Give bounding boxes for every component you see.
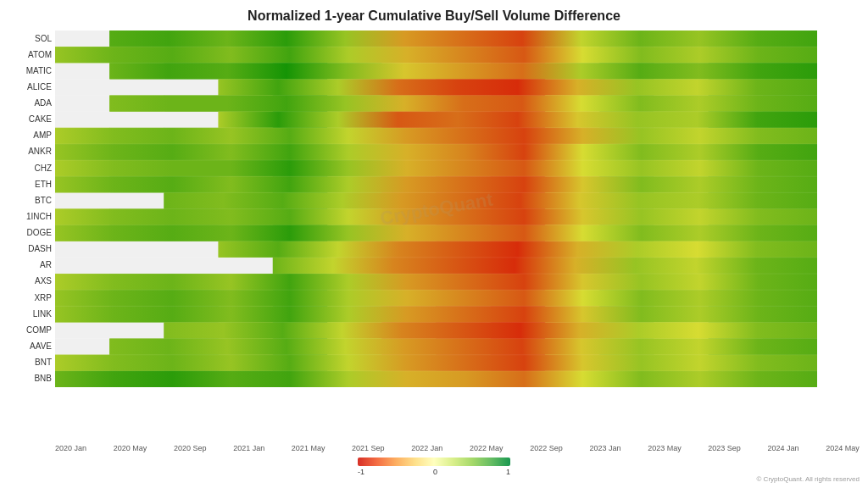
y-label: LINK — [8, 310, 52, 319]
y-label: DOGE — [8, 229, 52, 237]
x-label: 2020 May — [114, 444, 147, 452]
x-label: 2023 May — [648, 444, 682, 452]
legend-mid: 0 — [433, 468, 437, 476]
y-label: BNT — [8, 358, 52, 367]
legend-area: -1 0 1 — [358, 458, 510, 476]
x-label: 2022 May — [470, 444, 504, 452]
y-label: BTC — [8, 197, 52, 205]
x-label: 2023 Jan — [589, 444, 620, 452]
y-label: DASH — [8, 245, 52, 253]
x-label: 2024 Jan — [768, 444, 799, 452]
y-label: MATIC — [8, 67, 52, 75]
heatmap-canvas — [55, 30, 817, 387]
heatmap-wrapper: CryptoQuant — [55, 30, 817, 387]
y-label: ALICE — [8, 83, 52, 92]
y-label: CHZ — [8, 164, 52, 173]
legend-bar — [358, 458, 510, 466]
y-label: ADA — [8, 99, 52, 108]
x-label: 2022 Jan — [411, 444, 442, 452]
y-label: BNB — [8, 374, 52, 383]
chart-container: Normalized 1-year Cumulative Buy/Sell Vo… — [0, 0, 868, 488]
y-label: AAVE — [8, 342, 52, 351]
y-label: 1INCH — [8, 213, 52, 221]
legend-min: -1 — [358, 468, 364, 476]
x-label: 2023 Sep — [708, 444, 741, 452]
chart-title: Normalized 1-year Cumulative Buy/Sell Vo… — [8, 8, 817, 24]
y-label: SOL — [8, 35, 52, 43]
y-label: ATOM — [8, 51, 52, 59]
y-label: AXS — [8, 277, 52, 286]
chart-area: SOLATOMMATICALICEADACAKEAMPANKRCHZETHBTC… — [8, 30, 817, 387]
x-label: 2021 May — [292, 444, 326, 452]
x-label: 2020 Sep — [174, 444, 207, 452]
y-axis-labels: SOLATOMMATICALICEADACAKEAMPANKRCHZETHBTC… — [8, 30, 55, 387]
legend-max: 1 — [506, 468, 510, 476]
x-label: 2020 Jan — [55, 444, 86, 452]
legend-labels: -1 0 1 — [358, 468, 510, 476]
y-label: AR — [8, 261, 52, 269]
copyright-text: © CryptoQuant. All rights reserved — [757, 475, 860, 483]
y-label: CAKE — [8, 115, 52, 124]
x-label: 2021 Sep — [352, 444, 385, 452]
y-label: ETH — [8, 180, 52, 189]
x-label: 2021 Jan — [233, 444, 264, 452]
y-label: AMP — [8, 131, 52, 140]
x-label: 2022 Sep — [530, 444, 563, 452]
x-axis: 2020 Jan2020 May2020 Sep2021 Jan2021 May… — [55, 444, 860, 452]
y-label: XRP — [8, 294, 52, 302]
x-label: 2024 May — [826, 444, 860, 452]
y-label: ANKR — [8, 147, 52, 156]
y-label: COMP — [8, 326, 52, 335]
